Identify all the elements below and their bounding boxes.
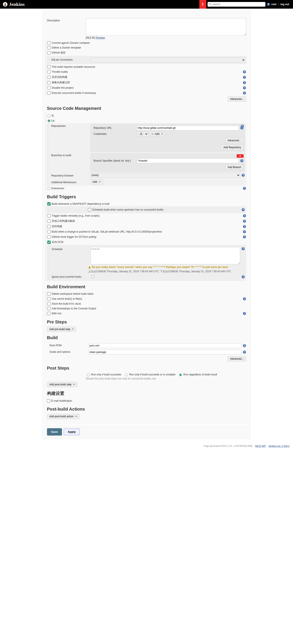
scm-none-radio[interactable]	[48, 114, 50, 117]
credentials-select[interactable]: - 无 -	[137, 132, 148, 136]
disable-project-checkbox[interactable]	[47, 86, 50, 89]
add-postbuild-step-button[interactable]: Add post-build step	[47, 382, 78, 387]
timer-checkbox[interactable]	[47, 225, 50, 228]
email-notification-checkbox[interactable]	[47, 399, 50, 402]
svg-point-23	[152, 134, 153, 135]
add-repository-button[interactable]: Add Repository	[221, 145, 244, 150]
help-icon[interactable]: ?	[243, 312, 246, 315]
help-icon[interactable]: ?	[243, 86, 246, 90]
user-link[interactable]: root	[272, 3, 276, 6]
gitlab-push-checkbox[interactable]	[47, 230, 50, 233]
help-icon[interactable]: ?	[243, 220, 246, 223]
delete-ws-checkbox[interactable]	[47, 292, 50, 295]
svg-rect-48	[89, 268, 90, 268]
branch-spec-input[interactable]	[137, 158, 239, 163]
add-behaviour-button[interactable]: Add	[90, 179, 103, 184]
poststep-run-always-radio[interactable]	[179, 374, 182, 376]
help-icon[interactable]: ?	[242, 275, 245, 278]
poll-scm-checkbox[interactable]	[47, 240, 50, 244]
repo-url-input[interactable]	[137, 126, 239, 130]
scm-git-radio[interactable]	[48, 119, 50, 122]
other-project-checkbox[interactable]	[47, 220, 50, 223]
notification-count[interactable]: 1	[199, 0, 206, 9]
help-icon[interactable]: ?	[242, 174, 245, 177]
preview-link[interactable]: Preview	[96, 36, 105, 39]
breadcrumb-jenkins[interactable]: Jenkins	[2, 421, 12, 424]
help-icon[interactable]: ?	[243, 230, 246, 234]
svg-text:?: ?	[244, 351, 245, 354]
repo-advanced-button[interactable]: Advanced...	[225, 138, 244, 143]
general-advanced-button[interactable]: Advanced...	[228, 96, 246, 102]
save-button[interactable]: Save	[47, 428, 62, 435]
poststep-run-unstable-radio[interactable]	[125, 374, 128, 376]
repo-browser-select[interactable]: (Auto)	[90, 173, 240, 178]
breadcrumb-project[interactable]: test	[14, 421, 18, 424]
add-postbuild-action-button[interactable]: Add post-build action	[47, 414, 80, 419]
search-input[interactable]	[212, 2, 264, 7]
help-icon[interactable]: ?	[243, 297, 246, 300]
jenkins-version-link[interactable]: Jenkins ver. 2.150.2	[268, 445, 290, 447]
add-credentials-button[interactable]: Add	[150, 132, 165, 136]
snapshot-checkbox[interactable]	[47, 202, 50, 206]
help-icon[interactable]: ?	[243, 186, 246, 190]
with-ant-checkbox[interactable]	[47, 312, 50, 315]
search-box[interactable]	[208, 2, 266, 7]
svg-point-3	[4, 4, 5, 4]
logout-link[interactable]: log out	[280, 3, 289, 6]
secret-checkbox[interactable]	[47, 297, 50, 300]
parametrized-label: 参数化构建过程	[52, 81, 70, 84]
timestamps-checkbox[interactable]	[47, 307, 50, 310]
parametrized-checkbox[interactable]	[47, 81, 50, 84]
scm-svn-radio[interactable]	[48, 187, 50, 190]
abort-stuck-checkbox[interactable]	[47, 302, 50, 305]
discard-old-checkbox[interactable]	[47, 76, 50, 79]
chevron-right-icon: ›	[12, 421, 13, 424]
define-docker-label: Define a Docker template	[52, 46, 81, 49]
schedule-upstream-label: Schedule build when some upstream has no…	[92, 208, 164, 211]
svg-text:?: ?	[244, 76, 245, 78]
lockable-checkbox[interactable]	[47, 65, 50, 68]
help-icon[interactable]: ?	[267, 2, 270, 6]
goals-input[interactable]	[88, 350, 242, 354]
poststep-run-success-radio[interactable]	[87, 374, 90, 376]
help-icon[interactable]: ?	[243, 91, 246, 95]
help-icon[interactable]: ?	[243, 350, 246, 354]
ignore-hooks-checkbox[interactable]	[92, 275, 94, 278]
help-icon[interactable]: ?	[243, 76, 246, 79]
help-icon[interactable]: ?	[243, 214, 246, 218]
help-icon[interactable]: ?	[242, 208, 245, 212]
description-textarea[interactable]	[86, 18, 246, 36]
gitlab-connection-select[interactable]	[90, 58, 245, 62]
help-icon[interactable]: ?	[243, 344, 246, 347]
schedule-upstream-checkbox[interactable]	[88, 208, 91, 211]
add-prebuild-step-button[interactable]: Add pre-build step	[47, 327, 76, 332]
help-icon[interactable]: ?	[240, 159, 244, 162]
help-icon[interactable]: ?	[243, 235, 246, 238]
help-icon[interactable]: ?	[243, 225, 246, 228]
build-advanced-button[interactable]: Advanced...	[228, 356, 246, 361]
help-icon[interactable]: ?	[243, 70, 246, 74]
svg-text:?: ?	[244, 70, 245, 73]
schedule-warning: Do you really mean "every minute" when y…	[88, 265, 245, 269]
jenkins-logo[interactable]: Jenkins	[2, 2, 24, 7]
add-branch-button[interactable]: Add Branch	[225, 164, 244, 170]
rest-api-link[interactable]: REST API	[255, 445, 266, 447]
throttle-checkbox[interactable]	[47, 70, 50, 73]
page-generated: Page generated:2019-1-31 上午07时56分39秒	[204, 445, 252, 447]
additional-behaviours-label: Additional Behaviours	[48, 180, 90, 184]
define-docker-checkbox[interactable]	[47, 46, 50, 49]
github-project-checkbox[interactable]	[47, 51, 50, 54]
apply-button[interactable]: Apply	[64, 428, 80, 435]
commit-docker-label: Commit agent's Docker container	[52, 42, 90, 44]
help-icon[interactable]: ?	[243, 81, 246, 84]
trigger-remote-checkbox[interactable]	[47, 214, 50, 217]
delete-branch-button[interactable]: X	[237, 154, 244, 158]
top-header: Jenkins 1 ? root | log out	[0, 0, 293, 9]
root-pom-input[interactable]	[88, 343, 242, 348]
schedule-textarea[interactable]: * * * * *	[90, 247, 240, 264]
github-hook-checkbox[interactable]	[47, 235, 50, 238]
help-icon[interactable]: ?	[242, 247, 245, 250]
help-icon[interactable]: ?	[240, 124, 244, 128]
concurrent-checkbox[interactable]	[47, 91, 50, 94]
commit-docker-checkbox[interactable]	[47, 41, 50, 44]
